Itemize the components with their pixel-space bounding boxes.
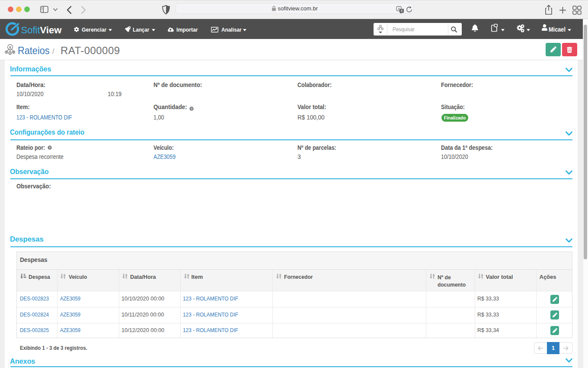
svg-text:$: $ xyxy=(10,52,11,55)
svg-text:$: $ xyxy=(9,45,11,49)
svg-text:?: ? xyxy=(191,107,193,111)
svg-text:$: $ xyxy=(13,51,14,53)
svg-text:$: $ xyxy=(6,51,7,53)
svg-text:?: ? xyxy=(49,146,51,150)
